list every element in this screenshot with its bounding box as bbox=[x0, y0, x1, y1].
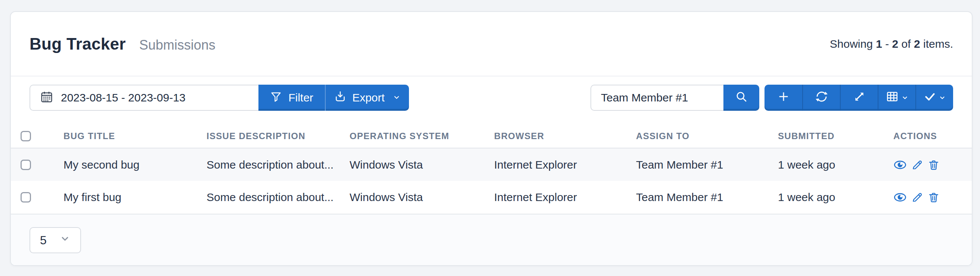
select-all-cell bbox=[11, 124, 64, 148]
filter-button-label: Filter bbox=[288, 91, 313, 104]
table-header-row: Bug Title Issue Description Operating Sy… bbox=[11, 124, 972, 148]
cell-browser: Internet Explorer bbox=[494, 181, 636, 214]
summary-of: of bbox=[898, 38, 914, 50]
cell-submitted: 1 week ago bbox=[778, 148, 893, 181]
delete-action-button[interactable] bbox=[928, 191, 940, 203]
panel-footer: 5 bbox=[11, 214, 972, 266]
search-input[interactable] bbox=[593, 87, 724, 109]
search-button[interactable] bbox=[724, 85, 759, 111]
summary-items: items. bbox=[920, 38, 953, 50]
delete-action-button[interactable] bbox=[928, 159, 940, 171]
table-row: My second bug Some description about... … bbox=[11, 148, 972, 181]
cell-assign-to: Team Member #1 bbox=[636, 181, 778, 214]
toolbar: Filter Export bbox=[30, 85, 953, 111]
refresh-icon bbox=[815, 90, 828, 106]
row-checkbox[interactable] bbox=[21, 192, 31, 203]
search-field[interactable] bbox=[590, 85, 724, 111]
select-all-checkbox[interactable] bbox=[21, 131, 31, 141]
check-icon bbox=[924, 90, 936, 106]
export-button[interactable]: Export bbox=[325, 85, 409, 111]
breadcrumb: Bug Tracker Submissions bbox=[30, 35, 215, 53]
funnel-icon bbox=[270, 90, 282, 105]
column-header-browser: Browser bbox=[494, 124, 636, 148]
plus-icon bbox=[777, 90, 790, 106]
cell-bug-title: My second bug bbox=[64, 148, 207, 181]
column-header-assign-to: Assign To bbox=[636, 124, 778, 148]
search-icon bbox=[735, 90, 748, 106]
row-checkbox[interactable] bbox=[21, 160, 31, 170]
table-row: My first bug Some description about... W… bbox=[11, 181, 972, 214]
chevron-down-icon bbox=[393, 91, 401, 104]
export-icon bbox=[334, 90, 347, 106]
date-range-input[interactable] bbox=[53, 87, 258, 109]
cell-issue-description: Some description about... bbox=[207, 181, 350, 214]
page-size-select[interactable]: 5 bbox=[30, 227, 81, 253]
column-header-bug-title: Bug Title bbox=[64, 124, 207, 148]
add-button[interactable] bbox=[765, 85, 802, 111]
grid-icon bbox=[886, 90, 899, 106]
fullscreen-button[interactable] bbox=[840, 85, 878, 111]
column-header-issue-description: Issue Description bbox=[207, 124, 350, 148]
row-actions bbox=[893, 158, 967, 171]
toggle-columns-button[interactable] bbox=[878, 85, 915, 111]
edit-action-button[interactable] bbox=[911, 191, 923, 203]
chevron-down-icon bbox=[59, 233, 71, 247]
cell-bug-title: My first bug bbox=[64, 181, 207, 214]
summary-dash: - bbox=[882, 38, 892, 50]
summary-to: 2 bbox=[892, 38, 899, 50]
column-header-operating-system: Operating System bbox=[350, 124, 494, 148]
panel-header: Bug Tracker Submissions Showing 1 - 2 of… bbox=[11, 12, 972, 76]
summary-total: 2 bbox=[914, 38, 920, 50]
fullscreen-icon bbox=[853, 90, 866, 106]
items-summary: Showing 1 - 2 of 2 items. bbox=[830, 38, 953, 50]
row-actions bbox=[893, 190, 967, 204]
cell-browser: Internet Explorer bbox=[494, 148, 636, 181]
cell-submitted: 1 week ago bbox=[778, 181, 893, 214]
chevron-down-icon bbox=[939, 91, 946, 104]
column-header-submitted: Submitted bbox=[778, 124, 893, 148]
date-range-field[interactable] bbox=[30, 85, 258, 111]
page-title: Bug Tracker bbox=[30, 35, 126, 53]
view-action-button[interactable] bbox=[893, 190, 907, 204]
grid-toolbar-group bbox=[765, 85, 953, 111]
search-and-actions bbox=[590, 85, 953, 111]
cell-assign-to: Team Member #1 bbox=[636, 148, 778, 181]
submissions-table: Bug Title Issue Description Operating Sy… bbox=[11, 124, 972, 214]
refresh-button[interactable] bbox=[802, 85, 840, 111]
page-subtitle: Submissions bbox=[139, 37, 215, 53]
filter-button[interactable]: Filter bbox=[258, 85, 325, 111]
chevron-down-icon bbox=[901, 91, 908, 104]
edit-action-button[interactable] bbox=[911, 159, 923, 171]
view-action-button[interactable] bbox=[893, 158, 907, 171]
date-filter-group: Filter Export bbox=[30, 85, 409, 111]
calendar-icon bbox=[40, 90, 53, 105]
summary-showing: Showing bbox=[830, 38, 876, 50]
cell-issue-description: Some description about... bbox=[207, 148, 350, 181]
cell-operating-system: Windows Vista bbox=[350, 148, 494, 181]
column-header-actions: Actions bbox=[893, 124, 972, 148]
export-button-label: Export bbox=[352, 91, 385, 104]
page-size-value: 5 bbox=[40, 233, 47, 247]
summary-from: 1 bbox=[876, 38, 882, 50]
bug-tracker-panel: Bug Tracker Submissions Showing 1 - 2 of… bbox=[10, 11, 972, 266]
cell-operating-system: Windows Vista bbox=[350, 181, 494, 214]
select-mode-button[interactable] bbox=[915, 85, 953, 111]
